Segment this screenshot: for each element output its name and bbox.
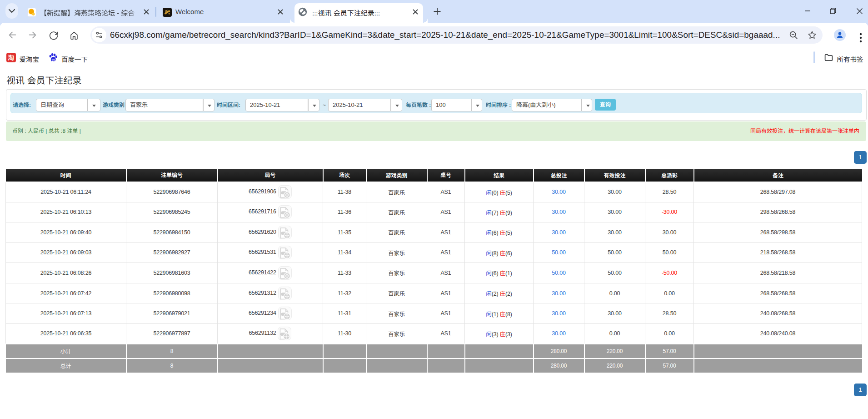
svg-text:du: du xyxy=(52,58,55,61)
